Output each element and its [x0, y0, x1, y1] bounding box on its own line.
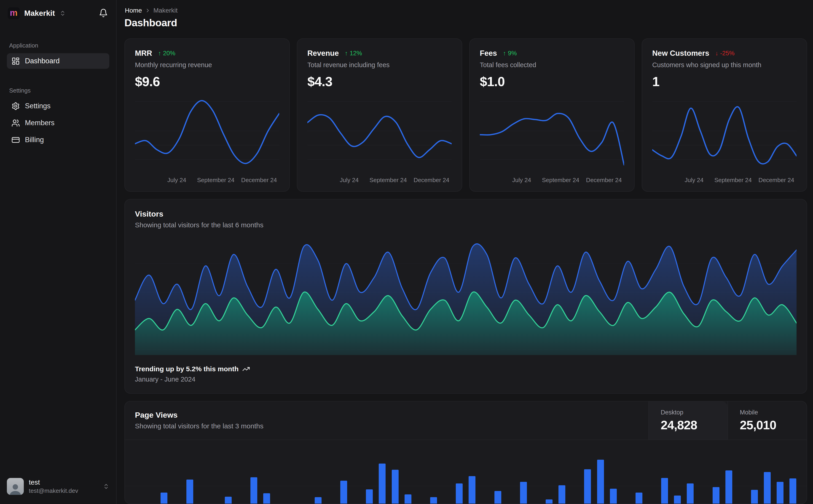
stat-card-revenue: Revenue ↑ 12% Total revenue including fe… [297, 38, 462, 192]
visitors-footer: Trending up by 5.2% this month [135, 365, 797, 373]
bell-icon [99, 8, 108, 18]
sidebar-item-settings[interactable]: Settings [7, 98, 109, 114]
arrow-down-icon: ↓ [715, 50, 718, 57]
page-views-bar-chart [135, 440, 797, 504]
breadcrumb: Home Makerkit [124, 7, 807, 14]
page-title: Dashboard [124, 17, 807, 29]
sidebar-item-label: Settings [25, 102, 50, 110]
x-tick: December 24 [414, 177, 449, 184]
sparkline-chart: July 24 September 24 December 24 [307, 97, 452, 185]
stat-subtitle: Customers who signed up this month [652, 61, 797, 69]
x-axis: July 24 September 24 December 24 [652, 174, 797, 185]
delta-value: 9% [508, 50, 517, 57]
sidebar-header: m Makerkit [7, 6, 109, 20]
layout-dashboard-icon [11, 57, 20, 65]
trending-text: Trending up by 5.2% this month [135, 365, 239, 373]
stat-value: 1 [652, 74, 797, 89]
sidebar-item-dashboard[interactable]: Dashboard [7, 53, 109, 69]
x-tick: December 24 [241, 177, 277, 184]
sparkline-chart: July 24 September 24 December 24 [135, 97, 279, 185]
workspace-name: Makerkit [24, 9, 55, 18]
stat-value: $4.3 [307, 74, 452, 89]
x-tick: December 24 [759, 177, 794, 184]
x-tick: July 24 [685, 177, 704, 184]
nav-section-label-settings: Settings [9, 87, 107, 94]
avatar [7, 478, 24, 495]
sidebar: m Makerkit Application Dashboard Setting… [0, 0, 117, 504]
x-axis: July 24 September 24 December 24 [480, 174, 624, 185]
user-meta: test test@makerkit.dev [29, 478, 78, 494]
app-window: m Makerkit Application Dashboard Setting… [0, 0, 813, 504]
sparkline-chart: July 24 September 24 December 24 [480, 97, 624, 185]
toggle-value: 24,828 [661, 418, 697, 432]
arrow-up-icon: ↑ [345, 50, 348, 57]
toggle-label: Mobile [740, 409, 758, 416]
trend-badge: ↑ 9% [503, 50, 517, 57]
x-axis: July 24 September 24 December 24 [307, 174, 452, 185]
x-tick: July 24 [340, 177, 359, 184]
gear-icon [11, 102, 20, 110]
sidebar-nav: Application Dashboard Settings Settings … [7, 42, 109, 149]
trend-badge: ↑ 20% [158, 50, 175, 57]
user-email: test@makerkit.dev [29, 487, 78, 494]
users-icon [11, 119, 20, 127]
breadcrumb-home[interactable]: Home [125, 7, 142, 14]
arrow-up-icon: ↑ [158, 50, 161, 57]
credit-card-icon [11, 136, 20, 144]
delta-value: 20% [163, 50, 175, 57]
visitors-card: Visitors Showing total visitors for the … [124, 199, 807, 394]
chevrons-up-down-icon [103, 483, 109, 490]
page-views-header: Page Views Showing total visitors for th… [125, 401, 807, 440]
user-menu[interactable]: test test@makerkit.dev [7, 478, 109, 495]
visitors-area-chart [135, 241, 797, 355]
stat-value: $9.6 [135, 74, 279, 89]
visitors-title: Visitors [135, 210, 797, 218]
trending-up-icon [242, 365, 250, 373]
trend-badge: ↓ -25% [715, 50, 735, 57]
x-tick: September 24 [197, 177, 235, 184]
toggle-desktop[interactable]: Desktop 24,828 [648, 401, 728, 440]
chevron-right-icon [145, 8, 151, 13]
trend-badge: ↑ 12% [345, 50, 362, 57]
stat-card-mrr: MRR ↑ 20% Monthly recurring revenue $9.6… [124, 38, 290, 192]
delta-value: -25% [720, 50, 735, 57]
page-views-subtitle: Showing total visitors for the last 3 mo… [135, 422, 638, 430]
stat-subtitle: Monthly recurring revenue [135, 61, 279, 69]
x-tick: July 24 [512, 177, 531, 184]
sparkline-chart: July 24 September 24 December 24 [652, 97, 797, 185]
toggle-value: 25,010 [740, 418, 776, 432]
main-content: Home Makerkit Dashboard MRR ↑ 20% Monthl… [117, 0, 813, 504]
logo-letter: m [10, 8, 18, 17]
x-tick: December 24 [586, 177, 622, 184]
stat-title: New Customers [652, 49, 709, 58]
stat-title: MRR [135, 49, 152, 58]
notifications-button[interactable] [97, 7, 109, 20]
sidebar-item-label: Members [25, 119, 54, 127]
stat-cards-row: MRR ↑ 20% Monthly recurring revenue $9.6… [124, 38, 807, 192]
sidebar-item-label: Dashboard [25, 57, 60, 65]
visitors-date-range: January - June 2024 [135, 376, 797, 383]
stat-title: Fees [480, 49, 497, 58]
chevrons-up-down-icon [59, 10, 66, 16]
stat-value: $1.0 [480, 74, 624, 89]
arrow-up-icon: ↑ [503, 50, 506, 57]
x-tick: September 24 [715, 177, 752, 184]
breadcrumb-current: Makerkit [153, 7, 178, 14]
makerkit-logo: m [8, 7, 20, 19]
stat-subtitle: Total revenue including fees [307, 61, 452, 69]
toggle-label: Desktop [661, 409, 683, 416]
x-tick: September 24 [370, 177, 407, 184]
stat-card-fees: Fees ↑ 9% Total fees collected $1.0 July… [469, 38, 635, 192]
nav-section-label-application: Application [9, 42, 107, 49]
sidebar-item-billing[interactable]: Billing [7, 132, 109, 148]
x-axis: July 24 September 24 December 24 [135, 174, 279, 185]
visitors-subtitle: Showing total visitors for the last 6 mo… [135, 221, 797, 229]
x-tick: July 24 [167, 177, 186, 184]
page-views-title: Page Views [135, 411, 638, 419]
sidebar-item-members[interactable]: Members [7, 115, 109, 131]
x-tick: September 24 [542, 177, 579, 184]
stat-title: Revenue [307, 49, 339, 58]
toggle-mobile[interactable]: Mobile 25,010 [728, 401, 807, 440]
stat-subtitle: Total fees collected [480, 61, 624, 69]
workspace-selector[interactable]: m Makerkit [7, 6, 67, 20]
